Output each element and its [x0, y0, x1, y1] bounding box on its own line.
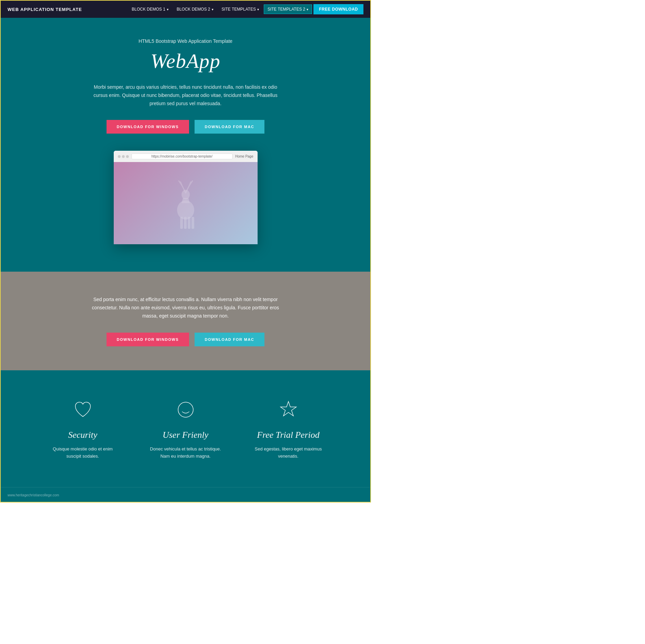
gray-section: Sed porta enim nunc, at efficitur lectus… — [1, 272, 370, 370]
hero-section: HTML5 Bootstrap Web Application Template… — [1, 18, 370, 272]
footer-url: www.heritagechristiancollege.com — [8, 493, 59, 497]
svg-rect-2 — [180, 217, 183, 229]
svg-rect-5 — [191, 217, 194, 229]
browser-mockup: https://mobirise.com/bootstrap-template/… — [114, 151, 258, 244]
nav-site-templates-2[interactable]: SITE TEMPLATES 2 ▾ — [264, 4, 312, 14]
browser-home-label: Home Page — [235, 154, 253, 158]
feature-user-friendly-title: User Frienly — [148, 430, 223, 440]
browser-dots — [118, 155, 129, 158]
star-icon — [276, 398, 300, 422]
browser-bar: https://mobirise.com/bootstrap-template/… — [114, 151, 258, 162]
browser-screen — [114, 162, 258, 244]
dot-green — [126, 155, 129, 158]
hero-title: WebApp — [8, 49, 363, 73]
svg-rect-4 — [188, 217, 190, 229]
heart-icon — [71, 398, 95, 422]
chevron-down-icon: ▾ — [257, 8, 259, 11]
browser-url-bar: https://mobirise.com/bootstrap-template/ — [132, 153, 233, 159]
svg-point-8 — [187, 407, 189, 408]
feature-user-friendly: User Frienly Donec vehicula et tellus ac… — [148, 398, 223, 460]
nav-block-demos-2[interactable]: BLOCK DEMOS 2 ▾ — [173, 5, 217, 14]
hero-subtitle: HTML5 Bootstrap Web Application Template — [8, 38, 363, 44]
dot-yellow — [122, 155, 125, 158]
download-windows-button-hero[interactable]: DOWNLOAD FOR WINDOWS — [107, 120, 189, 134]
free-download-button[interactable]: FREE DOWNLOAD — [313, 4, 363, 14]
svg-point-6 — [178, 402, 193, 417]
nav-links: BLOCK DEMOS 1 ▾ BLOCK DEMOS 2 ▾ SITE TEM… — [128, 4, 363, 14]
nav-site-templates[interactable]: SITE TEMPLATES ▾ — [218, 5, 262, 14]
feature-free-trial: Free Trial Period Sed egestas, libero eg… — [251, 398, 326, 460]
dot-red — [118, 155, 121, 158]
chevron-down-icon: ▾ — [212, 8, 213, 11]
chevron-down-icon: ▾ — [167, 8, 169, 11]
navbar: WEB APPLICATION TEMPLATE BLOCK DEMOS 1 ▾… — [1, 1, 370, 18]
gray-description: Sed porta enim nunc, at efficitur lectus… — [90, 296, 282, 320]
download-windows-button-gray[interactable]: DOWNLOAD FOR WINDOWS — [107, 333, 189, 346]
feature-security: Security Quisque molestie odio et enim s… — [45, 398, 121, 460]
features-section: Security Quisque molestie odio et enim s… — [1, 370, 370, 487]
feature-free-trial-desc: Sed egestas, libero eget maximus venenat… — [251, 446, 326, 460]
svg-point-1 — [177, 200, 194, 220]
footer: www.heritagechristiancollege.com — [1, 487, 370, 502]
feature-security-title: Security — [45, 430, 121, 440]
download-mac-button-hero[interactable]: DOWNLOAD FOR MAC — [195, 120, 264, 134]
feature-free-trial-title: Free Trial Period — [251, 430, 326, 440]
nav-brand: WEB APPLICATION TEMPLATE — [8, 7, 82, 12]
hero-buttons: DOWNLOAD FOR WINDOWS DOWNLOAD FOR MAC — [8, 120, 363, 134]
svg-rect-3 — [184, 217, 187, 229]
download-mac-button-gray[interactable]: DOWNLOAD FOR MAC — [195, 333, 264, 346]
feature-user-friendly-desc: Donec vehicula et tellus ac tristique. N… — [148, 446, 223, 460]
smiley-icon — [174, 398, 198, 422]
deer-silhouette-icon — [165, 176, 206, 231]
svg-point-0 — [182, 190, 190, 199]
gray-buttons: DOWNLOAD FOR WINDOWS DOWNLOAD FOR MAC — [8, 333, 363, 346]
nav-block-demos-1[interactable]: BLOCK DEMOS 1 ▾ — [128, 5, 172, 14]
svg-point-7 — [182, 407, 184, 408]
feature-security-desc: Quisque molestie odio et enim suscipit s… — [45, 446, 121, 460]
chevron-down-icon: ▾ — [307, 8, 308, 11]
hero-description: Morbi semper, arcu quis varius ultricies… — [91, 83, 280, 108]
